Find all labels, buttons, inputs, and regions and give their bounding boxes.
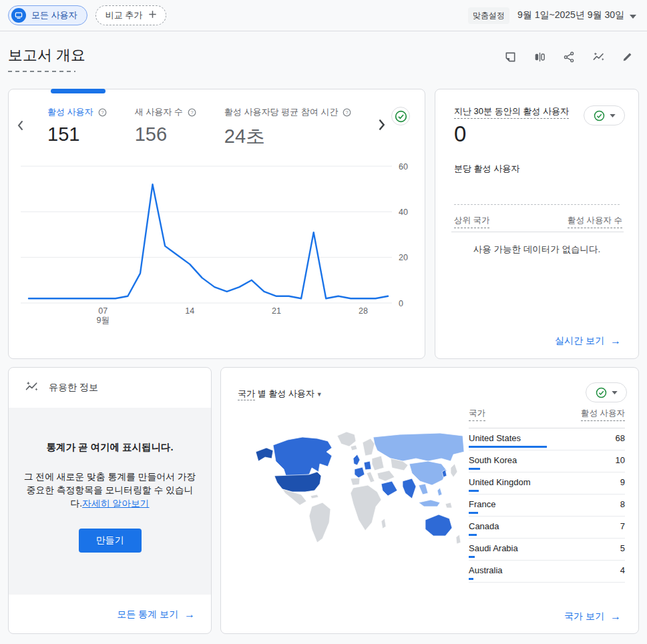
customize-badge[interactable]: 맞춤설정: [468, 7, 509, 24]
svg-text:14: 14: [185, 306, 194, 316]
comparison-ab-button[interactable]: [532, 49, 547, 64]
svg-text:?: ?: [346, 109, 349, 115]
country-active-users: 9: [620, 477, 625, 487]
metric-value: 156: [135, 123, 196, 145]
metrics-prev-button[interactable]: [14, 117, 26, 135]
svg-text:?: ?: [190, 109, 193, 115]
view-countries-link[interactable]: 국가 보기→: [564, 611, 621, 623]
country-active-users: 5: [620, 543, 625, 553]
metric-tab-new-users[interactable]: 새 사용자 수?156: [135, 106, 196, 150]
country-name: France: [469, 499, 495, 509]
add-comparison-label: 비교 추가: [105, 9, 143, 21]
edit-pencil-button[interactable]: [620, 49, 635, 64]
world-choropleth-map: [253, 429, 467, 559]
insights-icon: [25, 380, 39, 396]
geo-card-title[interactable]: 국가 별 활성 사용자▼: [238, 382, 322, 400]
svg-text:21: 21: [272, 306, 281, 316]
per-minute-label: 분당 활성 사용자: [454, 163, 519, 175]
feedback-note-button[interactable]: [503, 49, 517, 64]
page-title: 보고서 개요: [8, 45, 85, 65]
metric-tab-avg-engagement-time[interactable]: 활성 사용자당 평균 참여 시간?24초: [224, 106, 351, 150]
country-value-bar: [469, 578, 473, 580]
page-header: 보고서 개요: [8, 31, 639, 89]
title-dashed-underline: [8, 71, 75, 72]
overview-metrics-card: 활성 사용자?151새 사용자 수?156활성 사용자당 평균 참여 시간?24…: [8, 89, 425, 359]
country-row: United Kingdom9: [469, 472, 625, 495]
metric-value: 151: [47, 123, 107, 145]
metrics-next-button[interactable]: [376, 116, 389, 135]
help-icon[interactable]: ?: [98, 108, 107, 117]
country-value-bar: [469, 556, 475, 558]
realtime-card: 지난 30분 동안의 활성 사용자 0 분당 활성 사용자 상위 국가 활성 사…: [435, 89, 639, 359]
country-active-users: 7: [620, 521, 625, 531]
country-value-bar: [469, 534, 477, 536]
countries-table: 국가 활성 사용자 United States68South Korea10Un…: [469, 408, 625, 583]
add-comparison-chip[interactable]: 비교 추가: [95, 5, 167, 25]
country-name: Canada: [469, 521, 499, 531]
insights-title: 유용한 정보: [49, 382, 98, 394]
country-column-header: 국가: [469, 408, 485, 421]
country-name: Australia: [469, 565, 503, 575]
country-value-bar: [469, 468, 480, 470]
active-metric-tab-indicator: [51, 89, 105, 93]
metric-list: 활성 사용자?151새 사용자 수?156활성 사용자당 평균 참여 시간?24…: [47, 106, 351, 150]
segment-chip-all-users[interactable]: 모든 사용자: [8, 5, 87, 25]
country-name: Saudi Arabia: [469, 543, 518, 553]
table-divider: [451, 232, 624, 232]
topbar: 모든 사용자 비교 추가 맞춤설정 9월 1일~2025년 9월 30일: [0, 0, 647, 31]
realtime-title: 지난 30분 동안의 활성 사용자: [454, 105, 569, 119]
svg-text:?: ?: [101, 109, 103, 115]
insights-sparkle-button[interactable]: [591, 49, 606, 64]
svg-text:28: 28: [359, 306, 368, 316]
metric-value: 24초: [224, 123, 351, 150]
metric-label: 새 사용자 수: [135, 106, 183, 118]
country-value-bar: [469, 490, 479, 492]
share-button[interactable]: [562, 49, 576, 64]
country-row: South Korea10: [469, 450, 625, 472]
country-active-users: 10: [616, 455, 625, 465]
insights-headline: 통계가 곧 여기에 표시됩니다.: [23, 408, 197, 454]
country-row: Canada7: [469, 517, 625, 539]
chevron-down-icon: [612, 391, 618, 394]
country-value-bar: [469, 446, 547, 448]
learn-more-link[interactable]: 자세히 알아보기: [82, 499, 149, 509]
country-active-users: 68: [616, 433, 625, 443]
country-name: South Korea: [469, 455, 517, 465]
country-row: Australia4: [469, 561, 625, 583]
report-actions: [503, 49, 639, 64]
country-value-bar: [469, 512, 478, 514]
geo-data-quality-pill[interactable]: [586, 382, 627, 402]
data-quality-button[interactable]: [391, 107, 410, 125]
metric-tab-active-users[interactable]: 활성 사용자?151: [47, 106, 107, 150]
active-users-count-header: 활성 사용자 수: [568, 215, 622, 228]
segment-chip-label: 모든 사용자: [31, 9, 77, 21]
active-users-column-header: 활성 사용자: [581, 408, 625, 421]
insights-description: 그 전에 새로운 맞춤 통계를 만들어서 가장 중요한 측정항목을 모니터링할 …: [23, 470, 197, 511]
plus-icon: [148, 9, 158, 21]
create-insight-button[interactable]: 만들기: [79, 529, 142, 553]
country-row: United States68: [469, 428, 625, 450]
chevron-down-icon: [630, 10, 636, 21]
help-icon[interactable]: ?: [343, 108, 351, 117]
svg-text:40: 40: [399, 208, 408, 217]
date-range-selector[interactable]: 9월 1일~2025년 9월 30일: [516, 7, 638, 24]
svg-text:0: 0: [399, 299, 403, 308]
svg-text:60: 60: [399, 162, 408, 172]
view-all-insights-link[interactable]: 모든 통계 보기→: [117, 609, 195, 621]
date-range-label: 9월 1일~2025년 9월 30일: [517, 9, 624, 21]
country-active-users: 4: [620, 565, 625, 575]
realtime-data-quality-pill[interactable]: [584, 105, 625, 125]
insights-card: 유용한 정보 통계가 곧 여기에 표시됩니다. 그 전에 새로운 맞춤 통계를 …: [8, 367, 212, 634]
top-countries-header: 상위 국가: [454, 215, 489, 228]
all-users-segment-icon: [11, 8, 26, 23]
arrow-right-icon: →: [610, 611, 621, 622]
svg-text:20: 20: [399, 253, 408, 262]
country-name: United Kingdom: [469, 477, 531, 487]
country-name: United States: [469, 433, 521, 443]
country-row: France8: [469, 495, 625, 517]
help-icon[interactable]: ?: [188, 108, 196, 117]
arrow-right-icon: →: [184, 609, 195, 620]
metric-label: 활성 사용자: [47, 106, 93, 118]
country-active-users: 8: [620, 499, 625, 509]
view-realtime-link[interactable]: 실시간 보기→: [555, 335, 621, 347]
